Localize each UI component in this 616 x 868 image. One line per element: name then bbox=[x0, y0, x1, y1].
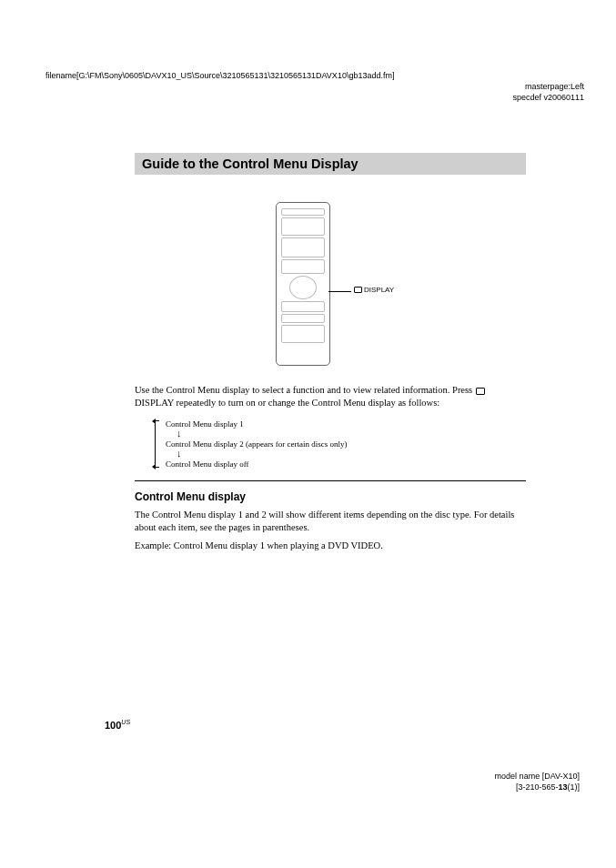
specdef-line: specdef v20060111 bbox=[512, 93, 584, 102]
part-b: 13 bbox=[558, 782, 567, 792]
paragraph-2: The Control Menu display 1 and 2 will sh… bbox=[135, 509, 526, 534]
remote-outline bbox=[276, 202, 330, 366]
callout-line bbox=[328, 291, 351, 292]
main-content: Guide to the Control Menu Display DISPLA… bbox=[135, 153, 526, 559]
header-metadata: filename[G:\FM\Sony\0605\DAVX10_US\Sourc… bbox=[45, 71, 584, 103]
display-label-text: DISPLAY bbox=[364, 286, 394, 294]
remote-diagram: DISPLAY bbox=[135, 202, 526, 366]
display-inline-icon bbox=[476, 388, 485, 395]
paragraph-3: Example: Control Menu display 1 when pla… bbox=[135, 540, 526, 552]
part-c: (1)] bbox=[568, 782, 581, 792]
intro-text-a: Use the Control Menu display to select a… bbox=[135, 385, 475, 395]
cycle-bracket bbox=[155, 420, 159, 468]
intro-paragraph: Use the Control Menu display to select a… bbox=[135, 384, 526, 409]
section-title: Guide to the Control Menu Display bbox=[135, 153, 526, 175]
page-number: 100US bbox=[105, 719, 130, 731]
display-icon bbox=[354, 287, 362, 293]
flow-item-3: Control Menu display off bbox=[162, 459, 526, 469]
display-callout: DISPLAY bbox=[354, 286, 394, 294]
down-arrow-icon: ↓ bbox=[162, 429, 526, 439]
down-arrow-icon: ↓ bbox=[162, 449, 526, 459]
model-name: model name [DAV-X10] bbox=[495, 772, 580, 781]
page-region: US bbox=[121, 719, 130, 725]
divider-line bbox=[135, 480, 526, 481]
flow-item-2: Control Menu display 2 (appears for cert… bbox=[162, 439, 526, 449]
flow-item-1: Control Menu display 1 bbox=[162, 419, 526, 429]
subheading: Control Menu display bbox=[135, 490, 526, 503]
footer-metadata: model name [DAV-X10] [3-210-565-13(1)] bbox=[495, 772, 580, 792]
masterpage-line: masterpage:Left bbox=[525, 82, 584, 91]
part-a: [3-210-565- bbox=[516, 782, 559, 792]
filename-line: filename[G:\FM\Sony\0605\DAVX10_US\Sourc… bbox=[45, 71, 584, 80]
page-number-value: 100 bbox=[105, 720, 121, 731]
intro-text-b: DISPLAY repeatedly to turn on or change … bbox=[135, 398, 439, 408]
flow-sequence: Control Menu display 1 ↓ Control Menu di… bbox=[162, 419, 526, 469]
